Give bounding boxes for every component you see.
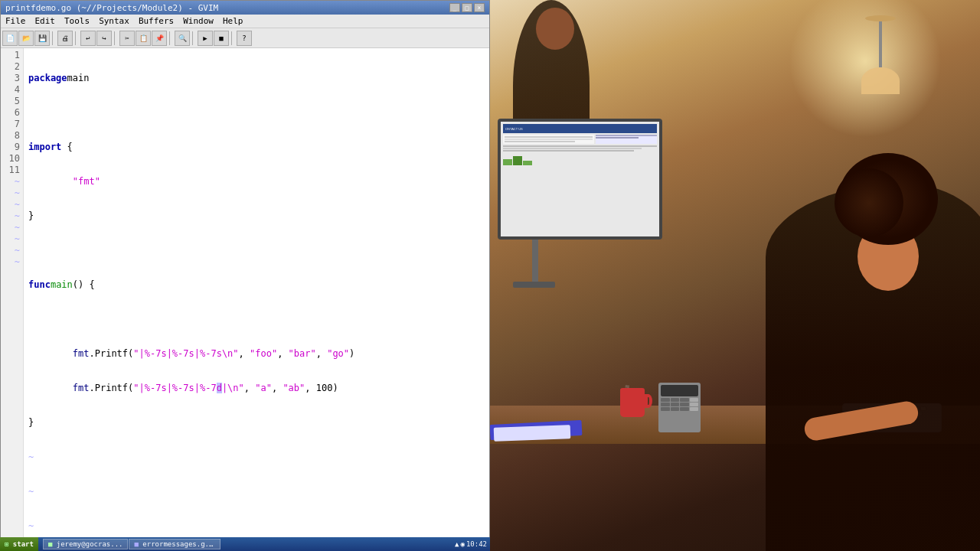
maximize-button[interactable]: □ [462, 3, 472, 12]
tb-help[interactable]: ? [237, 31, 252, 46]
menu-buffers[interactable]: Buffers [134, 15, 178, 27]
gvim-toolbar: 📄 📂 💾 🖨 ↩ ↪ ✂ 📋 📌 🔍 ▶ ■ ? [1, 28, 489, 48]
tray-icon-network: ▲ [455, 540, 459, 548]
tb-sep2 [75, 31, 78, 45]
tb-find[interactable]: 🔍 [175, 31, 190, 46]
close-button[interactable]: × [474, 3, 485, 12]
gvim-editor[interactable]: 1 2 3 4 5 6 7 8 9 10 11 ~ ~ ~ ~ ~ ~ [1, 48, 489, 551]
tray-icon-sound: ◉ [460, 540, 464, 548]
tray-time: 10:42 [466, 540, 487, 548]
right-panel: ONTACT US [490, 0, 980, 551]
gvim-window: printfdemo.go (~//Projects/Module2) - GV… [0, 0, 490, 551]
tb-save[interactable]: 💾 [34, 31, 50, 46]
gvim-window-controls: _ □ × [449, 3, 485, 12]
menu-window[interactable]: Window [178, 15, 218, 27]
gvim-title: printfdemo.go (~//Projects/Module2) - GV… [5, 3, 218, 13]
menu-file[interactable]: File [1, 15, 31, 27]
taskbar-item-term[interactable]: ■ jeremy@gocras... [43, 539, 129, 549]
taskbar-item-vim[interactable]: ■ errormessages.g... [129, 539, 220, 549]
start-button[interactable]: ⊞ start [0, 537, 38, 551]
menu-tools[interactable]: Tools [60, 15, 94, 27]
tb-undo[interactable]: ↩ [80, 31, 96, 46]
tb-sep4 [169, 31, 172, 45]
tb-sep5 [192, 31, 195, 45]
gvim-titlebar: printfdemo.go (~//Projects/Module2) - GV… [1, 1, 489, 15]
tb-new[interactable]: 📄 [2, 31, 18, 46]
tb-print[interactable]: 🖨 [57, 31, 73, 46]
windows-taskbar: ⊞ start ■ jeremy@gocras... ■ errormessag… [0, 537, 490, 551]
tb-paste[interactable]: 📌 [152, 31, 167, 46]
menu-syntax[interactable]: Syntax [94, 15, 134, 27]
tb-sep6 [231, 31, 234, 45]
line-numbers: 1 2 3 4 5 6 7 8 9 10 11 ~ ~ ~ ~ ~ ~ [1, 48, 24, 551]
tb-run[interactable]: ▶ [198, 31, 213, 46]
tb-sep3 [114, 31, 117, 45]
tb-sep1 [52, 31, 55, 45]
taskbar-tray: ▲ ◉ 10:42 [452, 540, 490, 548]
tb-open[interactable]: 📂 [18, 31, 34, 46]
gvim-menubar: File Edit Tools Syntax Buffers Window He… [1, 15, 489, 28]
code-area[interactable]: package main import { "fmt" } func main(… [24, 48, 489, 551]
menu-edit[interactable]: Edit [31, 15, 60, 27]
tb-cut[interactable]: ✂ [119, 31, 135, 46]
tb-stop[interactable]: ■ [214, 31, 229, 46]
menu-help[interactable]: Help [218, 15, 248, 27]
left-panel: printfdemo.go (~//Projects/Module2) - GV… [0, 0, 490, 551]
minimize-button[interactable]: _ [449, 3, 460, 12]
tb-redo[interactable]: ↪ [96, 31, 112, 46]
tb-copy[interactable]: 📋 [136, 31, 151, 46]
